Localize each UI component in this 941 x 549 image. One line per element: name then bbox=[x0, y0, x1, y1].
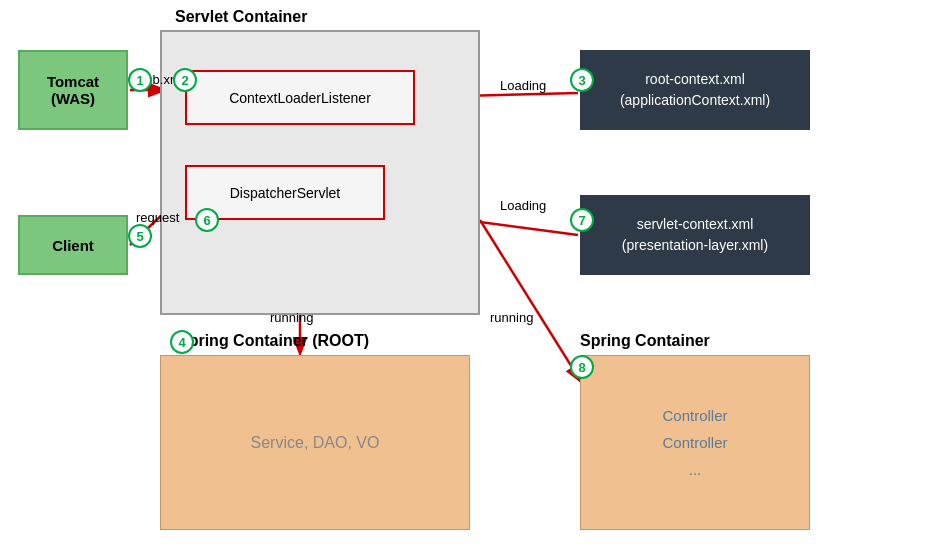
badge-1: 1 bbox=[128, 68, 152, 92]
badge-8: 8 bbox=[570, 355, 594, 379]
spring-root-title: Spring Container (ROOT) bbox=[178, 332, 369, 350]
badge-5: 5 bbox=[128, 224, 152, 248]
context-loader-label: ContextLoaderListener bbox=[229, 90, 371, 106]
badge-4: 4 bbox=[170, 330, 194, 354]
badge-6: 6 bbox=[195, 208, 219, 232]
servlet-context-box: servlet-context.xml (presentation-layer.… bbox=[580, 195, 810, 275]
spring-right-line2: Controller bbox=[662, 429, 727, 456]
spring-right-box: Controller Controller ... bbox=[580, 355, 810, 530]
diagram-container: Servlet Container Tomcat(WAS) Client Con… bbox=[0, 0, 941, 549]
svg-line-5 bbox=[480, 220, 580, 380]
spring-right-line3: ... bbox=[689, 456, 702, 483]
context-loader-box: ContextLoaderListener bbox=[185, 70, 415, 125]
servlet-container-title: Servlet Container bbox=[175, 8, 307, 26]
spring-right-title: Spring Container bbox=[580, 332, 710, 350]
spring-right-line1: Controller bbox=[662, 402, 727, 429]
loading1-label: Loading bbox=[500, 78, 546, 93]
tomcat-label: Tomcat(WAS) bbox=[47, 73, 99, 107]
spring-root-content: Service, DAO, VO bbox=[251, 434, 380, 452]
client-box: Client bbox=[18, 215, 128, 275]
client-label: Client bbox=[52, 237, 94, 254]
root-context-box: root-context.xml (applicationContext.xml… bbox=[580, 50, 810, 130]
loading2-label: Loading bbox=[500, 198, 546, 213]
root-context-line2: (applicationContext.xml) bbox=[620, 90, 770, 111]
request-label: request bbox=[136, 210, 179, 225]
running1-label: running bbox=[270, 310, 313, 325]
running2-label: running bbox=[490, 310, 533, 325]
tomcat-box: Tomcat(WAS) bbox=[18, 50, 128, 130]
spring-root-box: Service, DAO, VO bbox=[160, 355, 470, 530]
badge-2: 2 bbox=[173, 68, 197, 92]
dispatcher-servlet-label: DispatcherServlet bbox=[230, 185, 341, 201]
servlet-context-line1: servlet-context.xml bbox=[637, 214, 754, 235]
root-context-line1: root-context.xml bbox=[645, 69, 745, 90]
badge-7: 7 bbox=[570, 208, 594, 232]
badge-3: 3 bbox=[570, 68, 594, 92]
servlet-context-line2: (presentation-layer.xml) bbox=[622, 235, 768, 256]
